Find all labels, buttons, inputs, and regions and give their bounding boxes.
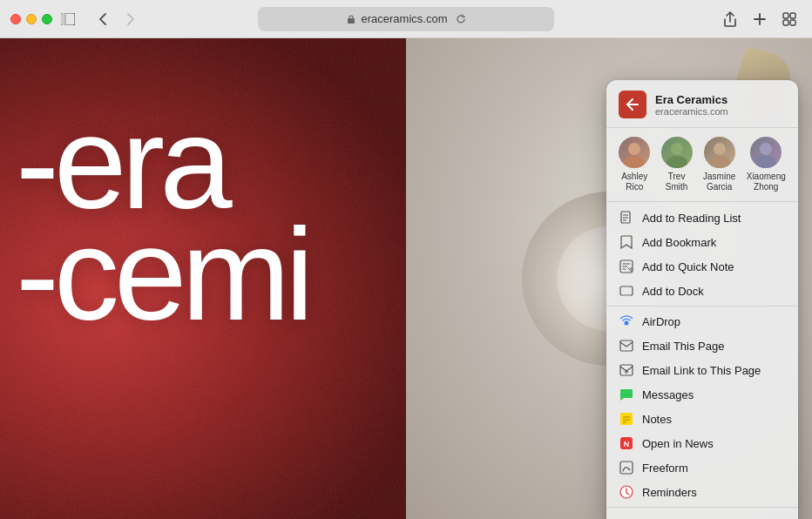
airdrop-icon	[619, 313, 634, 329]
airdrop-label: AirDrop	[642, 315, 680, 328]
close-button[interactable]	[10, 14, 21, 24]
browser-actions	[718, 7, 802, 31]
sidebar-toggle-button[interactable]	[56, 7, 80, 31]
minimize-button[interactable]	[26, 14, 37, 24]
reading-list-label: Add to Reading List	[642, 212, 741, 225]
svg-point-8	[628, 143, 640, 155]
news-icon: N	[619, 435, 634, 451]
svg-point-12	[714, 143, 726, 155]
bookmark-label: Add Bookmark	[642, 236, 716, 249]
address-bar[interactable]: eraceramics.com	[258, 7, 554, 31]
tab-overview-button[interactable]	[777, 7, 802, 31]
menu-items-list: Add to Reading List Add Bookmark Add to …	[606, 202, 798, 519]
svg-point-15	[755, 156, 776, 168]
menu-separator-2	[606, 507, 798, 508]
freeform-label: Freeform	[642, 462, 688, 475]
back-button[interactable]	[91, 7, 115, 31]
menu-item-messages[interactable]: Messages	[606, 382, 798, 407]
site-icon	[619, 91, 646, 118]
contact-ashley-name: AshleyRico	[621, 172, 647, 192]
browser-toolbar: eraceramics.com	[0, 0, 812, 38]
menu-item-email-link[interactable]: Email Link to This Page	[606, 358, 798, 382]
menu-item-news[interactable]: N Open in News	[606, 431, 798, 455]
popup-site-name: Era Ceramics	[655, 93, 728, 106]
menu-separator-1	[606, 306, 798, 307]
share-button[interactable]	[718, 7, 742, 31]
menu-item-quick-note[interactable]: Add to Quick Note	[606, 254, 798, 279]
svg-rect-1	[61, 13, 65, 25]
new-tab-button[interactable]	[748, 7, 772, 31]
svg-rect-24	[620, 340, 633, 351]
reading-list-icon	[619, 210, 634, 226]
menu-item-extensions[interactable]: Edit Extensions...	[606, 510, 798, 519]
contact-jasmine-name: JasmineGarcia	[703, 172, 735, 192]
menu-item-notes[interactable]: Notes	[606, 407, 798, 431]
svg-point-10	[671, 143, 683, 155]
avatar-jasmine	[704, 137, 735, 168]
menu-item-email-page[interactable]: Email This Page	[606, 334, 798, 358]
quick-note-label: Add to Quick Note	[642, 260, 734, 273]
messages-label: Messages	[642, 388, 694, 401]
menu-item-reminders[interactable]: Reminders	[606, 480, 798, 504]
address-bar-container: eraceramics.com	[258, 7, 554, 31]
contact-trev-name: TrevSmith	[666, 172, 688, 192]
email-page-icon	[619, 338, 634, 354]
svg-rect-4	[783, 13, 788, 18]
menu-item-bookmark[interactable]: Add Bookmark	[606, 230, 798, 254]
nav-controls	[91, 7, 143, 31]
menu-item-freeform[interactable]: Freeform	[606, 455, 798, 480]
popup-header: Era Ceramics eraceramics.com	[606, 80, 798, 128]
recent-contacts: AshleyRico TrevSmith JasmineGarcia	[606, 128, 798, 202]
notes-icon	[619, 411, 634, 427]
contact-xiaomeng-name: XiaomengZhong	[747, 172, 786, 192]
quick-note-icon	[619, 259, 634, 274]
svg-rect-22	[622, 294, 631, 296]
menu-item-airdrop[interactable]: AirDrop	[606, 309, 798, 334]
svg-rect-5	[790, 13, 795, 18]
svg-rect-21	[620, 286, 633, 295]
avatar-xiaomeng	[750, 137, 782, 168]
popup-site-url: eraceramics.com	[655, 106, 728, 117]
svg-point-23	[625, 321, 629, 326]
lock-icon	[346, 14, 356, 24]
avatar-trev	[661, 137, 693, 168]
dock-label: Add to Dock	[642, 285, 704, 298]
svg-point-13	[709, 156, 730, 168]
svg-point-11	[667, 156, 687, 168]
messages-icon	[619, 387, 634, 402]
svg-point-9	[624, 156, 645, 168]
page-left	[0, 38, 406, 519]
reminders-icon	[619, 484, 634, 500]
freeform-icon	[619, 460, 634, 475]
forward-button[interactable]	[118, 7, 143, 31]
svg-point-14	[760, 143, 772, 155]
contact-jasmine[interactable]: JasmineGarcia	[703, 137, 735, 192]
svg-rect-3	[348, 18, 355, 24]
contact-trev[interactable]: TrevSmith	[661, 137, 693, 192]
email-link-icon	[619, 362, 634, 378]
svg-text:N: N	[624, 440, 630, 448]
traffic-lights	[10, 14, 52, 24]
extensions-icon	[619, 515, 634, 519]
bookmark-icon	[619, 234, 634, 250]
notes-label: Notes	[642, 413, 672, 426]
contact-ashley[interactable]: AshleyRico	[619, 137, 650, 192]
contact-xiaomeng[interactable]: XiaomengZhong	[747, 137, 786, 192]
menu-item-dock[interactable]: Add to Dock	[606, 279, 798, 303]
avatar-ashley	[619, 137, 650, 168]
dock-icon	[619, 283, 634, 299]
svg-rect-6	[783, 20, 788, 25]
reminders-label: Reminders	[642, 486, 697, 499]
share-popup: Era Ceramics eraceramics.com AshleyRico	[606, 80, 798, 519]
extensions-label: Edit Extensions...	[642, 516, 729, 520]
menu-item-reading-list[interactable]: Add to Reading List	[606, 206, 798, 230]
url-display: eraceramics.com	[362, 12, 448, 25]
site-logo-icon	[622, 94, 643, 115]
fullscreen-button[interactable]	[42, 14, 52, 24]
email-link-label: Email Link to This Page	[642, 364, 761, 377]
svg-rect-26	[620, 413, 633, 425]
reload-icon[interactable]	[456, 14, 466, 24]
popup-site-info: Era Ceramics eraceramics.com	[655, 93, 728, 117]
email-page-label: Email This Page	[642, 340, 724, 353]
page-content: -era -cemi Era Ceramics eraceramics.com	[0, 38, 812, 519]
